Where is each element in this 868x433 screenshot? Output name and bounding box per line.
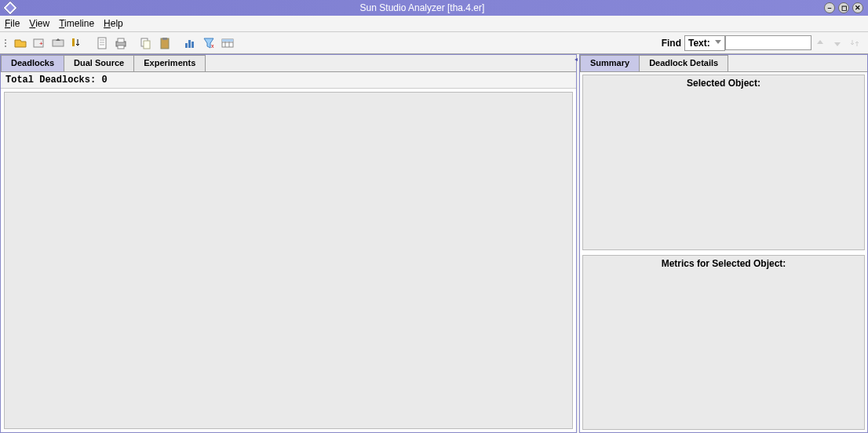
tab-summary[interactable]: Summary — [580, 55, 640, 71]
svg-rect-23 — [222, 39, 233, 42]
selected-object-panel: Selected Object: — [582, 75, 865, 250]
menu-help[interactable]: Help — [104, 18, 123, 29]
copy-icon[interactable] — [138, 35, 154, 51]
tab-experiments[interactable]: Experiments — [133, 55, 206, 71]
menu-timeline[interactable]: Timeline — [59, 18, 94, 29]
tab-dual-source[interactable]: Dual Source — [64, 55, 134, 71]
svg-rect-3 — [72, 38, 75, 46]
find-down-icon[interactable] — [831, 37, 844, 49]
menu-file[interactable]: File — [5, 18, 20, 29]
svg-rect-16 — [188, 40, 191, 48]
total-deadlocks-label: Total Deadlocks: 0 — [1, 72, 576, 89]
svg-text:x: x — [211, 43, 214, 49]
svg-rect-12 — [144, 41, 150, 49]
metrics-header: Metrics for Selected Object: — [583, 256, 864, 271]
find-sort-icon[interactable] — [848, 37, 861, 49]
svg-rect-14 — [162, 38, 167, 40]
content-area: Deadlocks Dual Source Experiments Total … — [0, 54, 868, 433]
toolbar: + x Find Text: — [0, 32, 868, 54]
selected-object-header: Selected Object: — [583, 75, 864, 91]
menu-bar: File View Timeline Help — [0, 16, 868, 32]
minimize-button[interactable]: – — [824, 2, 835, 13]
table-icon[interactable] — [220, 35, 235, 51]
right-pane: Summary Deadlock Details Selected Object… — [579, 54, 868, 433]
print-icon[interactable] — [113, 35, 129, 51]
tab-deadlocks[interactable]: Deadlocks — [1, 55, 64, 71]
svg-text:+: + — [39, 40, 43, 47]
svg-rect-4 — [98, 38, 106, 49]
svg-rect-9 — [118, 38, 124, 42]
metrics-panel: Metrics for Selected Object: — [582, 255, 865, 431]
sort-down-icon[interactable] — [69, 35, 85, 51]
toolbar-grip — [5, 39, 6, 47]
app-icon — [2, 0, 18, 16]
find-type-dropdown[interactable]: Text: — [684, 35, 725, 51]
right-tabs: Summary Deadlock Details — [580, 55, 867, 72]
chart-icon[interactable] — [182, 35, 198, 51]
svg-rect-17 — [191, 42, 194, 48]
window-titlebar: Sun Studio Analyzer [tha.4.er] – ◻ ✕ — [0, 0, 868, 16]
pane-splitter[interactable] — [577, 54, 579, 433]
svg-rect-2 — [53, 40, 64, 46]
tab-deadlock-details[interactable]: Deadlock Details — [639, 55, 728, 71]
add-experiment-icon[interactable]: + — [31, 35, 47, 51]
summary-sections: Selected Object: Metrics for Selected Ob… — [580, 72, 867, 432]
open-icon[interactable] — [13, 35, 28, 51]
left-tabs: Deadlocks Dual Source Experiments — [1, 55, 576, 72]
close-button[interactable]: ✕ — [852, 2, 863, 13]
menu-view[interactable]: View — [29, 18, 49, 29]
find-label: Find — [662, 38, 681, 49]
svg-rect-10 — [118, 45, 124, 49]
left-pane: Deadlocks Dual Source Experiments Total … — [0, 54, 577, 433]
paste-icon[interactable] — [157, 35, 173, 51]
filter-icon[interactable]: x — [201, 35, 217, 51]
deadlocks-listing — [4, 92, 573, 429]
collapse-icon[interactable] — [50, 35, 66, 51]
document-icon[interactable] — [94, 35, 110, 51]
window-title: Sun Studio Analyzer [tha.4.er] — [20, 2, 824, 13]
maximize-button[interactable]: ◻ — [838, 2, 849, 13]
find-input[interactable] — [725, 35, 811, 50]
svg-rect-15 — [185, 43, 188, 48]
find-up-icon[interactable] — [814, 37, 826, 49]
window-controls: – ◻ ✕ — [824, 2, 863, 13]
